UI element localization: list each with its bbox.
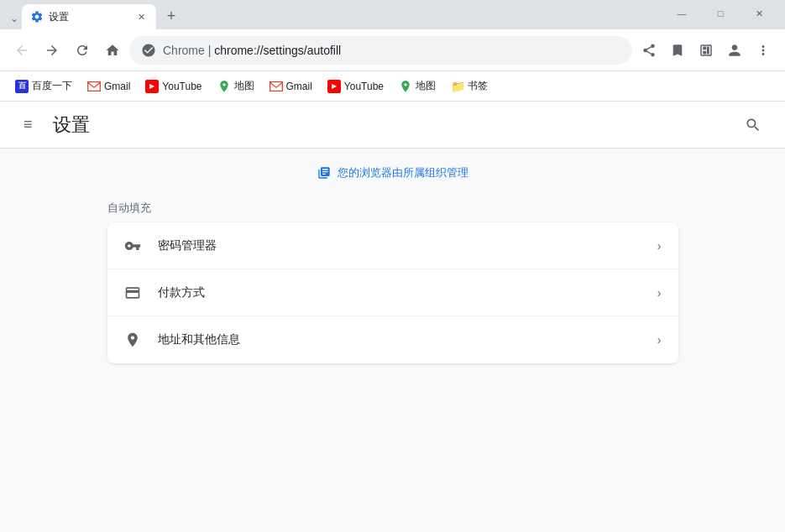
baidu-icon: 百 — [15, 80, 29, 93]
tab-title: 设置 — [49, 10, 129, 24]
address-bar[interactable]: Chrome | chrome://settings/autofill — [129, 36, 632, 65]
org-banner-text: 您的浏览器由所属组织管理 — [338, 165, 468, 180]
settings-header: ≡ 设置 — [0, 102, 785, 149]
forward-button[interactable] — [39, 37, 65, 64]
address-text: Chrome | chrome://settings/autofill — [163, 44, 620, 57]
bookmark-gmail1[interactable]: Gmail — [81, 76, 137, 96]
tab-strip: 设置 ✕ + — [22, 4, 656, 29]
password-manager-arrow: › — [657, 239, 662, 253]
key-icon — [124, 237, 141, 254]
payment-method-label: 付款方式 — [158, 285, 641, 300]
gmail1-icon — [87, 80, 101, 93]
titlebar: ⌄ 设置 ✕ + — □ ✕ — [0, 0, 785, 29]
bookmark-baidu-label: 百度一下 — [32, 79, 72, 93]
new-tab-button[interactable]: + — [160, 4, 183, 28]
bookmarks-bar: 百 百度一下 Gmail ▶ YouTube 地图 Gmail ▶ YouTub… — [0, 71, 785, 102]
settings-page: ≡ 设置 您的浏览器由所属组织管理 自动填充 密码管理器 › 付款方式 — [0, 102, 785, 532]
settings-page-title: 设置 — [53, 112, 725, 138]
settings-content: 您的浏览器由所属组织管理 自动填充 密码管理器 › 付款方式 › — [0, 149, 785, 380]
bookmark-maps1-label: 地图 — [234, 79, 254, 93]
refresh-button[interactable] — [69, 37, 96, 64]
security-icon — [141, 43, 156, 58]
youtube1-icon: ▶ — [145, 80, 159, 93]
org-banner[interactable]: 您的浏览器由所属组织管理 — [317, 165, 468, 180]
gmail2-icon — [270, 80, 283, 93]
active-tab[interactable]: 设置 ✕ — [22, 4, 156, 29]
bookmark-baidu[interactable]: 百 百度一下 — [8, 76, 79, 96]
hamburger-menu-button[interactable]: ≡ — [17, 109, 39, 140]
bookmark-youtube2-label: YouTube — [344, 81, 384, 92]
folder-icon: 📁 — [451, 80, 464, 93]
bookmark-folder-label: 书签 — [468, 79, 488, 93]
bookmark-maps2[interactable]: 地图 — [392, 76, 442, 96]
maps1-icon — [217, 80, 231, 93]
location-pin-icon — [124, 331, 141, 348]
password-manager-label: 密码管理器 — [158, 238, 641, 253]
tab-close-button[interactable]: ✕ — [134, 10, 148, 23]
payment-method-arrow: › — [657, 286, 662, 300]
tab-gear-icon — [30, 10, 44, 23]
autofill-card: 密码管理器 › 付款方式 › 地址和其他信息 › — [107, 222, 678, 363]
bookmark-youtube1[interactable]: ▶ YouTube — [139, 76, 208, 96]
bookmark-folder[interactable]: 📁 书签 — [444, 76, 495, 96]
chevron-icon: ⌄ — [10, 13, 18, 24]
bookmark-gmail1-label: Gmail — [104, 81, 130, 92]
bookmark-youtube2[interactable]: ▶ YouTube — [321, 76, 390, 96]
profile-button[interactable] — [721, 37, 748, 64]
more-button[interactable] — [750, 37, 777, 64]
youtube2-icon: ▶ — [327, 80, 341, 93]
password-manager-item[interactable]: 密码管理器 › — [107, 222, 678, 269]
search-settings-button[interactable] — [738, 110, 768, 140]
bookmark-button[interactable] — [664, 37, 691, 64]
toolbar-actions — [636, 37, 777, 64]
toolbar: Chrome | chrome://settings/autofill — [0, 29, 785, 71]
back-button[interactable] — [8, 37, 35, 64]
address-arrow: › — [657, 333, 662, 347]
bookmark-maps1[interactable]: 地图 — [211, 76, 261, 96]
bookmark-maps2-label: 地图 — [416, 79, 436, 93]
maximize-button[interactable]: □ — [701, 3, 740, 24]
split-screen-button[interactable] — [693, 37, 720, 64]
address-item[interactable]: 地址和其他信息 › — [107, 316, 678, 363]
org-icon — [317, 166, 331, 180]
autofill-section-label: 自动填充 — [107, 201, 678, 216]
bookmark-youtube1-label: YouTube — [162, 81, 201, 92]
titlebar-chevron[interactable]: ⌄ — [7, 13, 22, 24]
home-button[interactable] — [99, 37, 126, 64]
bookmark-gmail2-label: Gmail — [286, 81, 312, 92]
address-label: 地址和其他信息 — [158, 332, 641, 347]
minimize-button[interactable]: — — [662, 3, 701, 24]
card-icon — [124, 284, 141, 301]
bookmark-gmail2[interactable]: Gmail — [263, 76, 319, 96]
window-controls: — □ ✕ — [662, 3, 778, 24]
maps2-icon — [399, 80, 412, 93]
share-button[interactable] — [636, 37, 662, 64]
payment-method-item[interactable]: 付款方式 › — [107, 269, 678, 316]
close-button[interactable]: ✕ — [740, 3, 778, 24]
